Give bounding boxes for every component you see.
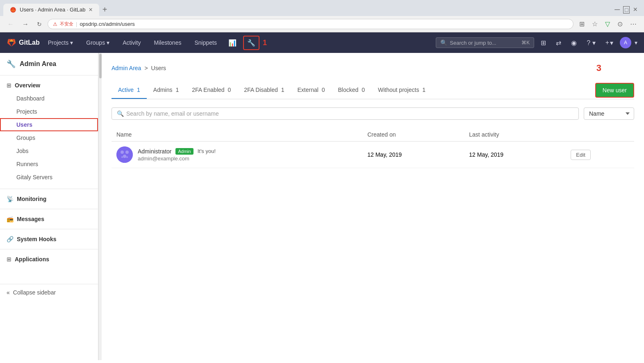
nav-search-bar[interactable]: 🔍 ⌘K: [436, 37, 534, 48]
system-hooks-icon: 🔗: [7, 236, 14, 242]
avatar-chevron-icon: ▾: [635, 39, 637, 46]
gitlab-logo[interactable]: GitLab: [7, 38, 40, 48]
sidebar-scrollbar-thumb[interactable]: [99, 54, 102, 78]
search-wrapper[interactable]: 🔍: [112, 107, 579, 120]
address-bar[interactable]: ⚠ 不安全 | opsdrip.cn/admin/users: [48, 19, 573, 29]
avatar-svg: [116, 146, 133, 163]
sidebar-applications-header[interactable]: ⊞ Applications: [0, 251, 98, 267]
projects-chevron-icon: ▾: [70, 39, 73, 46]
tabs-container: Active 1 Admins 1 2FA Enabled 0 2FA Disa…: [112, 82, 634, 99]
nav-search-shortcut-icon: ⌘K: [521, 40, 530, 46]
groups-chevron-icon: ▾: [107, 39, 109, 46]
extensions-button[interactable]: ⋯: [628, 18, 639, 30]
annotation-3: 3: [596, 63, 601, 73]
sidebar-divider-4: [0, 249, 98, 249]
minimize-button[interactable]: ─: [614, 5, 620, 14]
forward-button[interactable]: →: [20, 19, 31, 30]
bookmark-button[interactable]: ☆: [589, 18, 600, 30]
back-button[interactable]: ←: [5, 19, 16, 30]
sidebar-divider-1: [0, 189, 98, 189]
tabs: Active 1 Admins 1 2FA Enabled 0 2FA Disa…: [112, 82, 432, 99]
nav-panels-icon[interactable]: ⊞: [537, 37, 549, 49]
nav-merge-requests-icon[interactable]: ⇄: [553, 37, 564, 49]
messages-label: Messages: [17, 216, 44, 222]
breadcrumb-separator: >: [144, 65, 148, 71]
sidebar-system-hooks-header[interactable]: 🔗 System Hooks: [0, 231, 98, 247]
nav-groups[interactable]: Groups ▾: [81, 36, 114, 49]
nav-stats-icon[interactable]: 📊: [225, 37, 240, 49]
search-input[interactable]: [126, 110, 573, 117]
sidebar-item-runners[interactable]: Runners: [0, 158, 98, 171]
active-browser-tab[interactable]: Users · Admin Area · GitLab ×: [3, 4, 99, 16]
users-table: Name Created on Last activity: [112, 128, 634, 168]
col-created-on: Created on: [362, 128, 464, 142]
sidebar-overview-header[interactable]: ⊞ Overview: [0, 79, 98, 92]
nav-user-avatar[interactable]: A: [620, 37, 631, 48]
svg-point-1: [121, 151, 124, 154]
sidebar-item-projects[interactable]: Projects: [0, 105, 98, 118]
tab-2fa-enabled[interactable]: 2FA Enabled 0: [185, 82, 237, 99]
sidebar-messages-header[interactable]: 📻 Messages: [0, 211, 98, 227]
tab-2fa-disabled[interactable]: 2FA Disabled 1: [237, 82, 291, 99]
close-button[interactable]: ×: [633, 5, 637, 14]
nav-projects[interactable]: Projects ▾: [43, 36, 78, 49]
gitlab-ext-button[interactable]: ▽: [603, 18, 612, 30]
nav-milestones[interactable]: Milestones: [149, 36, 187, 49]
url-separator: |: [76, 21, 77, 27]
sidebar-item-users[interactable]: Users 2: [0, 118, 98, 131]
new-user-button[interactable]: New user: [595, 83, 634, 98]
sidebar-section-overview: ⊞ Overview Dashboard Projects Users 2 Gr…: [0, 75, 98, 187]
gitlab-top-nav: GitLab Projects ▾ Groups ▾ Activity Mile…: [0, 32, 644, 53]
tab-title: Users · Admin Area · GitLab: [20, 7, 85, 13]
tab-blocked[interactable]: Blocked 0: [332, 82, 372, 99]
tab-external[interactable]: External 0: [291, 82, 331, 99]
sort-select[interactable]: Name Email Created date Last activity: [584, 107, 634, 120]
sidebar-scrollbar[interactable]: [98, 53, 102, 360]
table-header: Name Created on Last activity: [112, 128, 634, 142]
nav-search-input[interactable]: [450, 40, 519, 46]
profile-button[interactable]: ⊙: [615, 18, 625, 30]
url-display: opsdrip.cn/admin/users: [80, 21, 134, 27]
overview-grid-icon: ⊞: [7, 82, 11, 89]
nav-help-icon[interactable]: ? ▾: [583, 37, 598, 49]
reload-button[interactable]: ↻: [34, 19, 44, 29]
sidebar-monitoring-header[interactable]: 📡 Monitoring: [0, 191, 98, 207]
actions-cell: Edit: [566, 142, 634, 168]
col-actions: [566, 128, 634, 142]
sidebar-title: Admin Area: [20, 60, 56, 68]
last-activity-cell: 12 May, 2019: [464, 142, 566, 168]
sidebar-item-gitaly-servers[interactable]: Gitaly Servers: [0, 171, 98, 184]
nav-issues-icon[interactable]: ◉: [568, 37, 580, 49]
col-name: Name: [112, 128, 362, 142]
sidebar-header: 🔧 Admin Area: [0, 53, 98, 75]
nav-activity[interactable]: Activity: [118, 36, 146, 49]
search-filter-bar: 🔍 Name Email Created date Last activity: [112, 107, 634, 120]
overview-label: Overview: [15, 82, 40, 89]
main-layout: 🔧 Admin Area ⊞ Overview Dashboard Projec…: [0, 53, 644, 360]
col-last-activity: Last activity: [464, 128, 566, 142]
new-tab-button[interactable]: +: [99, 3, 111, 16]
user-info: Administrator Admin It's you! admin@exam…: [116, 146, 357, 163]
tab-without-projects[interactable]: Without projects 1: [371, 82, 432, 99]
tab-close-button[interactable]: ×: [89, 6, 92, 14]
table-body: Administrator Admin It's you! admin@exam…: [112, 142, 634, 168]
security-icon: ⚠: [53, 21, 57, 27]
nav-snippets[interactable]: Snippets: [189, 36, 221, 49]
admin-badge: Admin: [175, 148, 193, 155]
breadcrumb-admin-link[interactable]: Admin Area: [112, 65, 141, 71]
insecure-label: 不安全: [60, 21, 73, 27]
tab-active[interactable]: Active 1: [112, 82, 147, 99]
sidebar-item-jobs[interactable]: Jobs: [0, 144, 98, 158]
nav-add-button[interactable]: + ▾: [602, 37, 617, 49]
user-email: admin@example.com: [138, 155, 216, 162]
sidebar-item-dashboard[interactable]: Dashboard: [0, 92, 98, 105]
search-icon: 🔍: [117, 110, 124, 117]
system-hooks-label: System Hooks: [17, 236, 56, 242]
collapse-sidebar-button[interactable]: « Collapse sidebar: [0, 284, 98, 301]
sidebar-item-groups[interactable]: Groups: [0, 131, 98, 144]
maximize-button[interactable]: □: [623, 6, 630, 14]
translate-button[interactable]: ⊞: [577, 18, 587, 30]
nav-admin-wrench-icon[interactable]: 🔧: [243, 36, 259, 50]
edit-user-button[interactable]: Edit: [571, 150, 590, 160]
tab-admins[interactable]: Admins 1: [147, 82, 185, 99]
